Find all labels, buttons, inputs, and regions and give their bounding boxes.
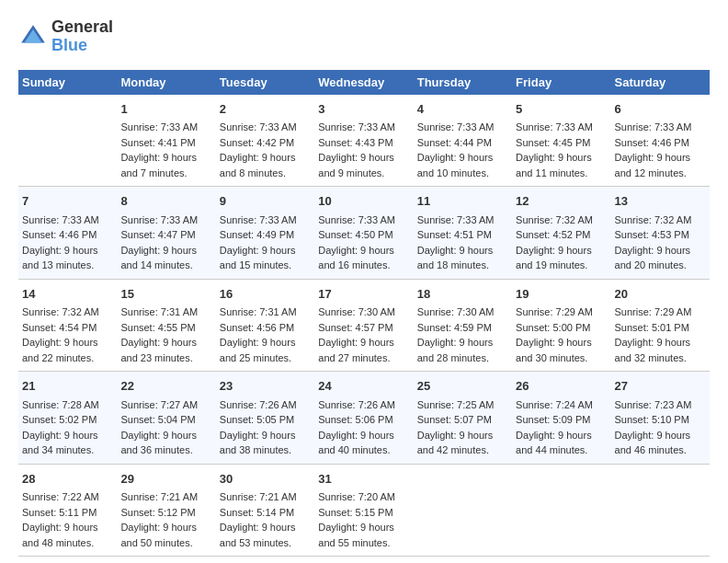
cell-content-line: Daylight: 9 hours	[516, 335, 607, 350]
day-number: 22	[120, 377, 211, 396]
cell-content-line: Sunset: 4:46 PM	[615, 135, 706, 151]
calendar-cell: 8Sunrise: 7:33 AMSunset: 4:47 PMDaylight…	[117, 187, 215, 280]
cell-content-line: Sunset: 4:56 PM	[220, 320, 311, 336]
cell-content-line: and 7 minutes.	[120, 166, 211, 181]
day-number: 16	[220, 285, 311, 304]
calendar-cell: 22Sunrise: 7:27 AMSunset: 5:04 PMDayligh…	[117, 372, 215, 465]
cell-content-line: Sunset: 4:47 PM	[120, 227, 211, 243]
calendar-cell	[18, 95, 117, 187]
calendar-cell: 13Sunrise: 7:32 AMSunset: 4:53 PMDayligh…	[611, 187, 710, 280]
cell-content-line: and 50 minutes.	[120, 535, 211, 551]
day-number: 23	[220, 377, 311, 396]
cell-content-line: Sunrise: 7:28 AM	[22, 397, 113, 413]
cell-content-line: Daylight: 9 hours	[318, 150, 409, 166]
calendar-cell: 24Sunrise: 7:26 AMSunset: 5:06 PMDayligh…	[314, 372, 413, 465]
cell-content-line: Daylight: 9 hours	[318, 428, 409, 443]
calendar-week-2: 7Sunrise: 7:33 AMSunset: 4:46 PMDaylight…	[18, 187, 710, 280]
cell-content-line: and 20 minutes.	[615, 258, 706, 273]
cell-content-line: Sunrise: 7:22 AM	[22, 489, 113, 505]
cell-content-line: Daylight: 9 hours	[417, 428, 508, 443]
day-number: 25	[417, 377, 508, 396]
cell-content-line: Sunset: 4:50 PM	[318, 227, 409, 243]
calendar-cell: 6Sunrise: 7:33 AMSunset: 4:46 PMDaylight…	[611, 95, 710, 187]
cell-content-line: Daylight: 9 hours	[516, 150, 607, 166]
cell-content-line: Sunset: 4:46 PM	[22, 227, 113, 243]
cell-content-line: and 32 minutes.	[615, 350, 706, 366]
cell-content-line: and 11 minutes.	[516, 166, 607, 181]
cell-content-line: and 46 minutes.	[615, 442, 706, 458]
cell-content-line: Daylight: 9 hours	[220, 150, 311, 166]
calendar-table: SundayMondayTuesdayWednesdayThursdayFrid…	[18, 70, 710, 557]
cell-content-line: and 22 minutes.	[22, 350, 113, 366]
cell-content-line: Sunrise: 7:31 AM	[120, 304, 211, 320]
day-number: 10	[318, 192, 409, 211]
calendar-cell: 7Sunrise: 7:33 AMSunset: 4:46 PMDaylight…	[18, 187, 117, 280]
cell-content-line: Daylight: 9 hours	[615, 243, 706, 259]
calendar-cell: 4Sunrise: 7:33 AMSunset: 4:44 PMDaylight…	[414, 95, 512, 187]
cell-content-line: Sunrise: 7:29 AM	[615, 304, 706, 320]
cell-content-line: Sunset: 4:54 PM	[22, 320, 113, 336]
cell-content-line: Sunrise: 7:23 AM	[615, 397, 706, 413]
cell-content-line: Sunset: 5:09 PM	[516, 412, 607, 428]
cell-content-line: and 18 minutes.	[417, 258, 508, 273]
cell-content-line: Sunrise: 7:25 AM	[417, 397, 508, 413]
cell-content-line: and 53 minutes.	[220, 535, 311, 551]
cell-content-line: and 42 minutes.	[417, 442, 508, 458]
cell-content-line: and 36 minutes.	[120, 442, 211, 458]
cell-content-line: Daylight: 9 hours	[22, 428, 113, 443]
cell-content-line: Daylight: 9 hours	[220, 243, 311, 259]
cell-content-line: and 14 minutes.	[120, 258, 211, 273]
cell-content-line: Sunrise: 7:33 AM	[120, 213, 211, 228]
cell-content-line: and 27 minutes.	[318, 350, 409, 366]
day-number: 18	[417, 285, 508, 304]
calendar-week-1: 1Sunrise: 7:33 AMSunset: 4:41 PMDaylight…	[18, 95, 710, 187]
day-number: 6	[615, 100, 706, 119]
cell-content-line: and 16 minutes.	[318, 258, 409, 273]
cell-content-line: Sunrise: 7:31 AM	[220, 304, 311, 320]
cell-content-line: Sunset: 4:55 PM	[120, 320, 211, 336]
cell-content-line: Sunset: 5:11 PM	[22, 505, 113, 521]
cell-content-line: Sunset: 5:02 PM	[22, 412, 113, 428]
calendar-cell: 16Sunrise: 7:31 AMSunset: 4:56 PMDayligh…	[216, 279, 314, 372]
cell-content-line: Sunset: 5:04 PM	[120, 412, 211, 428]
cell-content-line: Sunset: 5:10 PM	[615, 412, 706, 428]
cell-content-line: Daylight: 9 hours	[220, 335, 311, 350]
cell-content-line: Daylight: 9 hours	[417, 335, 508, 350]
cell-content-line: Sunset: 5:06 PM	[318, 412, 409, 428]
cell-content-line: Daylight: 9 hours	[615, 335, 706, 350]
header-day-wednesday: Wednesday	[314, 70, 413, 95]
cell-content-line: Sunset: 4:43 PM	[318, 135, 409, 151]
cell-content-line: Daylight: 9 hours	[417, 150, 508, 166]
cell-content-line: Sunrise: 7:33 AM	[417, 213, 508, 228]
header-day-monday: Monday	[117, 70, 215, 95]
day-number: 24	[318, 377, 409, 396]
cell-content-line: Sunset: 5:12 PM	[120, 505, 211, 521]
calendar-cell: 15Sunrise: 7:31 AMSunset: 4:55 PMDayligh…	[117, 279, 215, 372]
cell-content-line: Daylight: 9 hours	[120, 150, 211, 166]
logo-text: General Blue	[51, 18, 113, 55]
cell-content-line: and 19 minutes.	[516, 258, 607, 273]
calendar-cell: 30Sunrise: 7:21 AMSunset: 5:14 PMDayligh…	[216, 464, 314, 557]
cell-content-line: and 38 minutes.	[220, 442, 311, 458]
cell-content-line: and 13 minutes.	[22, 258, 113, 273]
header-day-sunday: Sunday	[18, 70, 117, 95]
cell-content-line: Sunrise: 7:26 AM	[220, 397, 311, 413]
cell-content-line: Sunrise: 7:33 AM	[220, 120, 311, 135]
calendar-cell: 17Sunrise: 7:30 AMSunset: 4:57 PMDayligh…	[314, 279, 413, 372]
cell-content-line: Sunset: 4:42 PM	[220, 135, 311, 151]
day-number: 28	[22, 470, 113, 488]
cell-content-line: Sunrise: 7:26 AM	[318, 397, 409, 413]
day-number: 31	[318, 470, 409, 488]
cell-content-line: Sunrise: 7:21 AM	[120, 489, 211, 505]
header-day-saturday: Saturday	[611, 70, 710, 95]
cell-content-line: and 55 minutes.	[318, 535, 409, 551]
cell-content-line: Daylight: 9 hours	[120, 428, 211, 443]
cell-content-line: Daylight: 9 hours	[220, 428, 311, 443]
cell-content-line: Daylight: 9 hours	[22, 243, 113, 259]
calendar-header-row: SundayMondayTuesdayWednesdayThursdayFrid…	[18, 70, 710, 95]
cell-content-line: Sunrise: 7:33 AM	[22, 213, 113, 228]
cell-content-line: and 9 minutes.	[318, 166, 409, 181]
cell-content-line: and 12 minutes.	[615, 166, 706, 181]
calendar-cell: 23Sunrise: 7:26 AMSunset: 5:05 PMDayligh…	[216, 372, 314, 465]
logo-icon	[18, 22, 48, 52]
